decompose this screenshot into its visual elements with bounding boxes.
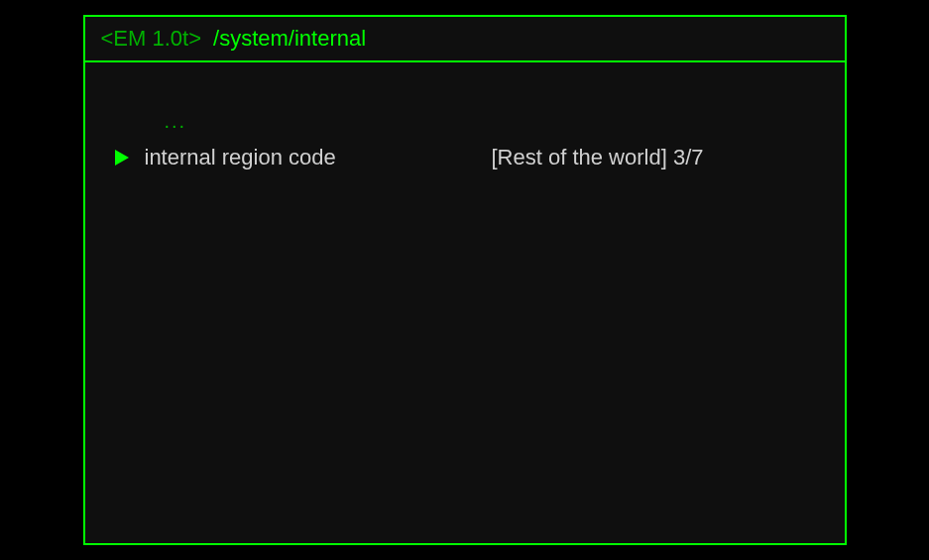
title-path: /system/internal bbox=[213, 26, 366, 52]
title-bar: <EM 1.0t> /system/internal bbox=[85, 17, 845, 62]
menu-content: ... internal region code [Rest of the wo… bbox=[85, 62, 845, 543]
parent-menu-link[interactable]: ... bbox=[145, 110, 825, 133]
menu-item-value: [Rest of the world] 3/7 bbox=[492, 145, 704, 170]
menu-item-label: internal region code bbox=[145, 145, 492, 170]
title-prefix: <EM 1.0t> bbox=[101, 26, 202, 52]
terminal-frame: <EM 1.0t> /system/internal ... internal … bbox=[83, 15, 847, 545]
cursor-arrow-icon bbox=[115, 150, 129, 166]
menu-item-region-code[interactable]: internal region code [Rest of the world]… bbox=[145, 145, 825, 170]
